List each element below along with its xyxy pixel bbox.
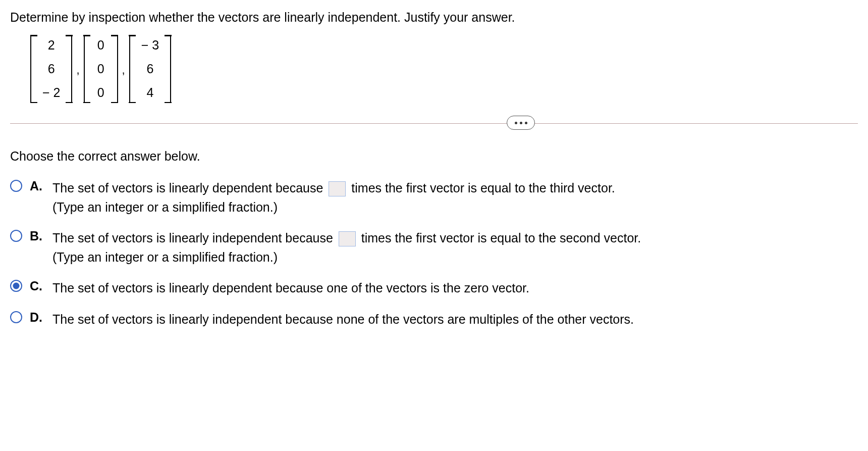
option-a-text-before: The set of vectors is linearly dependent… xyxy=(52,181,327,195)
option-c: C. The set of vectors is linearly depend… xyxy=(10,279,858,298)
dot-icon xyxy=(515,122,517,124)
vector-3-r2: 6 xyxy=(141,63,159,75)
vector-2-r2: 0 xyxy=(96,63,106,75)
more-options-button[interactable] xyxy=(507,116,535,130)
option-b-text-after: times the first vector is equal to the s… xyxy=(358,231,641,245)
radio-b[interactable] xyxy=(10,230,22,242)
option-c-text: The set of vectors is linearly dependent… xyxy=(52,281,529,295)
bracket-left xyxy=(30,35,37,103)
bracket-left xyxy=(129,35,136,103)
vector-1-r2: 6 xyxy=(42,63,60,75)
divider-container xyxy=(10,123,858,124)
vector-1-r3: − 2 xyxy=(42,86,60,99)
vector-2-r1: 0 xyxy=(96,39,106,52)
radio-c[interactable] xyxy=(10,280,22,292)
option-c-body: The set of vectors is linearly dependent… xyxy=(52,279,529,298)
question-text: Determine by inspection whether the vect… xyxy=(10,10,858,25)
option-a-input[interactable] xyxy=(329,181,346,196)
option-a-body: The set of vectors is linearly dependent… xyxy=(52,179,615,217)
option-b-body: The set of vectors is linearly independe… xyxy=(52,229,641,267)
dot-icon xyxy=(525,122,527,124)
vector-1-r1: 2 xyxy=(42,39,60,52)
option-b-hint: (Type an integer or a simplified fractio… xyxy=(52,248,641,267)
bracket-right xyxy=(164,35,171,103)
vector-2-content: 0 0 0 xyxy=(91,35,111,103)
options-group: A. The set of vectors is linearly depend… xyxy=(10,179,858,329)
option-b-text-before: The set of vectors is linearly independe… xyxy=(52,231,337,245)
vector-3: − 3 6 4 xyxy=(129,35,171,103)
option-a: A. The set of vectors is linearly depend… xyxy=(10,179,858,217)
option-a-text-after: times the first vector is equal to the t… xyxy=(348,181,615,195)
divider-line xyxy=(10,123,858,124)
option-a-letter: A. xyxy=(30,179,45,193)
option-d: D. The set of vectors is linearly indepe… xyxy=(10,310,858,329)
option-d-text: The set of vectors is linearly independe… xyxy=(52,312,634,326)
vector-2: 0 0 0 xyxy=(84,35,118,103)
bracket-left xyxy=(84,35,91,103)
separator: , xyxy=(76,64,79,77)
option-b: B. The set of vectors is linearly indepe… xyxy=(10,229,858,267)
option-d-letter: D. xyxy=(30,310,45,325)
option-c-letter: C. xyxy=(30,279,45,293)
prompt-text: Choose the correct answer below. xyxy=(10,149,858,164)
vector-3-content: − 3 6 4 xyxy=(136,35,164,103)
vectors-row: 2 6 − 2 , 0 0 0 , − 3 6 4 xyxy=(30,35,858,103)
option-b-input[interactable] xyxy=(339,231,356,246)
separator: , xyxy=(122,64,125,77)
bracket-right xyxy=(65,35,72,103)
bracket-right xyxy=(111,35,118,103)
vector-3-r1: − 3 xyxy=(141,39,159,52)
option-b-letter: B. xyxy=(30,229,45,243)
vector-1-content: 2 6 − 2 xyxy=(37,35,65,103)
option-d-body: The set of vectors is linearly independe… xyxy=(52,310,634,329)
radio-d[interactable] xyxy=(10,311,22,323)
radio-a[interactable] xyxy=(10,180,22,192)
vector-2-r3: 0 xyxy=(96,86,106,99)
option-a-hint: (Type an integer or a simplified fractio… xyxy=(52,198,615,217)
dot-icon xyxy=(520,122,522,124)
vector-3-r3: 4 xyxy=(141,86,159,99)
vector-1: 2 6 − 2 xyxy=(30,35,72,103)
